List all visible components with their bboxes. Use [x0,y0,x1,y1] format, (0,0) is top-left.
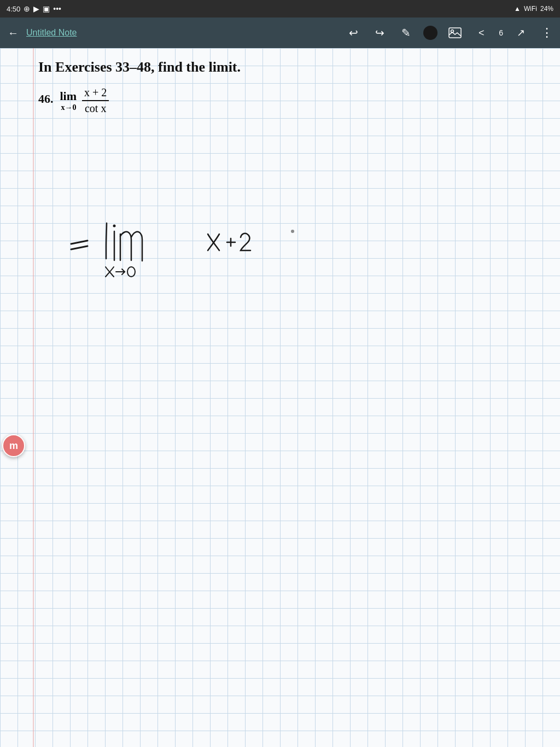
status-left: 4:50 ⊕ ▶ ▣ ••• [7,4,61,13]
color-picker-button[interactable] [423,26,438,40]
box-icon: ▣ [43,4,50,13]
lim-block: lim x→0 [60,89,77,112]
fraction-block: x + 2 cot x [82,86,109,115]
time-display: 4:50 [7,5,20,13]
notification-icon: ⊕ [24,4,30,13]
problem-number: 46. [38,86,54,106]
wifi-icon: WiFi [524,5,537,13]
page-number-display: 6 [499,28,503,37]
margin-line [33,48,34,747]
status-right: ▲ WiFi 24% [514,5,553,13]
battery-display: 24% [540,5,553,13]
toolbar-right: ↩ ↪ ✎ < 6 ↗ ⋮ [345,24,556,42]
toolbar-left: ← Untitled Note [4,24,340,42]
fraction-denominator: cot x [85,101,106,115]
fraction-numerator: x + 2 [82,86,109,101]
lim-text: lim [60,89,77,103]
problem-content: lim x→0 x + 2 cot x [60,86,109,115]
undo-button[interactable]: ↩ [345,24,362,42]
svg-rect-0 [449,28,461,38]
more-options-button[interactable]: ⋮ [538,24,556,42]
signal-icon: ▲ [514,5,521,13]
left-nav-button[interactable]: < [472,24,490,42]
dots-icon: ••• [53,4,61,13]
exercise-title: In Exercises 33–48, find the limit. [38,59,549,75]
problem-46: 46. lim x→0 x + 2 cot x [38,86,549,115]
note-title[interactable]: Untitled Note [26,28,77,38]
avatar[interactable]: m [2,434,25,457]
back-button[interactable]: ← [4,24,22,42]
media-icon: ▶ [33,4,39,13]
add-page-button[interactable]: ↗ [512,24,529,42]
printed-section: In Exercises 33–48, find the limit. 46. … [38,59,549,115]
toolbar: ← Untitled Note ↩ ↪ ✎ < 6 ↗ ⋮ [0,17,560,48]
main-content: In Exercises 33–48, find the limit. 46. … [0,48,560,747]
pen-button[interactable]: ✎ [397,24,415,42]
lim-subscript: x→0 [61,103,77,112]
status-bar: 4:50 ⊕ ▶ ▣ ••• ▲ WiFi 24% [0,0,560,17]
grid-paper [0,48,560,747]
redo-button[interactable]: ↪ [371,24,388,42]
image-button[interactable] [446,24,464,42]
avatar-letter: m [9,440,18,452]
note-content: In Exercises 33–48, find the limit. 46. … [38,59,549,131]
